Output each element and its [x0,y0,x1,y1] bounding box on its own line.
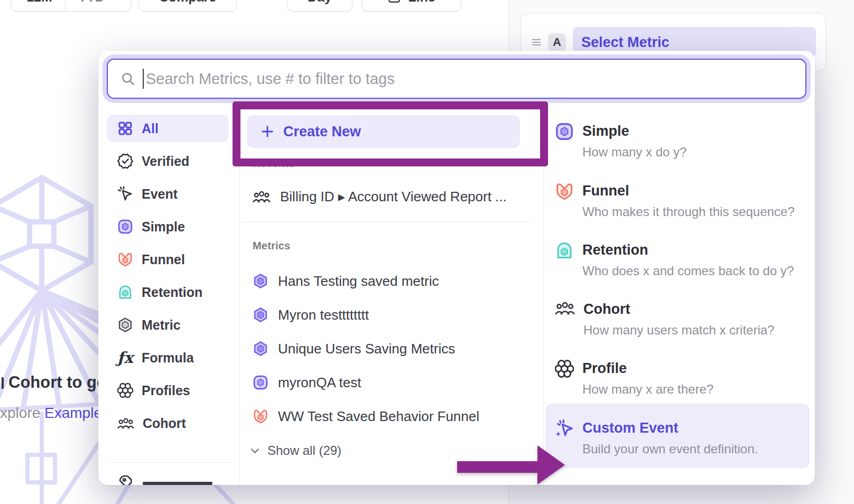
filter-simple[interactable]: Simple [107,213,228,240]
text-caret [143,69,144,89]
metrics-header: Metrics [253,240,290,252]
filter-metric[interactable]: Metric [107,311,228,339]
date-range-control: 12M YTD [11,0,131,12]
section-divider [240,222,530,222]
event-cursor-icon [117,186,133,202]
metric-list-item[interactable]: Myron testttttttt [253,303,369,326]
retention-metric-icon [555,241,574,260]
funnel-metric-icon [555,182,574,201]
plus-icon [261,125,274,138]
date-range-ytd-button[interactable]: YTD [65,0,128,11]
metric-type-simple[interactable]: Simple How many x do y? [555,122,686,160]
metric-list-item[interactable]: Unique Users Saving Metrics [253,337,455,360]
column-divider [543,114,544,485]
search-icon [120,71,135,86]
series-a-badge: A [548,33,566,51]
recents-header: Recents [253,157,294,170]
granularity-day-button[interactable]: Day [287,0,352,12]
filter-verified[interactable]: Verified [107,147,228,175]
column-divider [239,114,240,485]
metric-type-custom-event[interactable]: Custom Event Build your own event defini… [555,419,758,457]
filter-all[interactable]: All [107,115,228,142]
tag-icon[interactable] [117,473,133,485]
filter-formula[interactable]: ƒx Formula [107,344,228,371]
metric-list-item[interactable]: myronQA test [253,371,361,394]
profiles-cluster-icon [117,382,133,398]
grid-icon [117,120,133,136]
app-screen: Cohort to ge xplore Example 12M YTD Comp… [0,0,854,504]
filter-profiles[interactable]: Profiles [107,377,228,404]
verified-badge-icon [117,153,133,169]
cohort-people-icon [555,300,575,316]
empty-state-subtext: xplore Example [0,405,109,422]
metric-type-profile[interactable]: Profile How many x are there? [555,359,713,397]
chevron-down-icon [250,448,259,454]
sidebar-divider [109,462,236,463]
chart-type-line-button[interactable]: Line [361,0,461,12]
metric-type-funnel[interactable]: Funnel Who makes it through this sequenc… [555,182,795,220]
saved-metric-hexagon-icon [253,307,268,323]
metric-type-cohort[interactable]: Cohort How many users match x criteria? [555,300,774,338]
simple-metric-icon [117,219,133,235]
cohort-people-icon [253,190,271,203]
create-new-button[interactable]: Create New [247,115,520,148]
recent-item-billing[interactable]: Billing ID ▸ Account Viewed Report ... [253,185,507,208]
clipped-char-fragment [0,377,4,389]
filter-retention[interactable]: Retention [107,278,228,306]
formula-fx-icon: ƒx [117,349,133,367]
clipped-list-item-label [143,482,212,485]
metric-picker-modal: All Verified Event Simple [98,51,815,485]
drag-handle-icon[interactable] [532,38,541,46]
filter-cohort[interactable]: Cohort [107,409,228,437]
example-link[interactable]: Example [44,405,102,421]
compare-button[interactable]: Compare [138,0,237,12]
metric-hexagon-icon [117,317,133,333]
simple-metric-icon [253,375,268,390]
retention-metric-icon [117,284,133,300]
saved-metric-hexagon-icon [253,273,268,289]
saved-metric-hexagon-icon [253,341,268,357]
metric-list-item[interactable]: WW Test Saved Behavior Funnel [253,405,479,428]
filter-event[interactable]: Event [107,180,228,208]
line-chart-icon [387,0,401,4]
profiles-cluster-icon [555,359,574,378]
filter-funnel[interactable]: Funnel [107,246,228,273]
funnel-metric-icon [117,251,133,267]
date-range-12m-button[interactable]: 12M [14,0,65,11]
metric-search-bar [107,59,806,99]
metric-list-item[interactable]: Hans Testing saved metric [253,269,439,293]
custom-event-cursor-icon [555,419,574,438]
cohort-people-icon [117,417,134,430]
search-input[interactable] [146,70,793,88]
funnel-metric-icon [253,408,268,424]
metric-type-retention[interactable]: Retention Who does x and comes back to d… [555,241,794,279]
show-all-button[interactable]: Show all (29) [250,442,341,460]
empty-state-headline: Cohort to ge [0,373,106,392]
simple-metric-icon [555,122,574,141]
